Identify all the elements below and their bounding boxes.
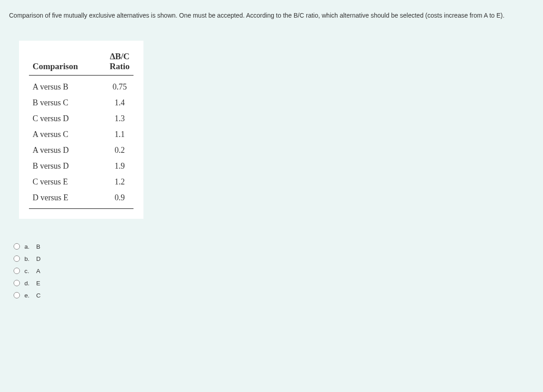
option-a[interactable]: a. B [14,243,534,250]
radio-option-c[interactable] [14,268,20,274]
ratio-cell: 1.4 [82,95,133,111]
radio-option-b[interactable] [14,255,20,262]
table-row: A versus C 1.1 [29,127,133,142]
option-e[interactable]: e. C [14,292,534,299]
option-letter: e. [24,292,33,299]
table-row: A versus B 0.75 [29,75,133,95]
option-letter: a. [24,243,33,250]
option-letter: b. [24,255,33,262]
ratio-cell: 1.1 [82,127,133,142]
ratio-cell: 1.2 [82,174,133,190]
comparison-table-container: Comparison ΔB/C Ratio A versus B 0.75 B … [19,41,143,219]
table-header-ratio: ΔB/C Ratio [82,49,133,76]
option-text: A [36,268,40,274]
radio-option-d[interactable] [14,280,20,286]
table-row: B versus C 1.4 [29,95,133,111]
ratio-cell: 0.2 [82,142,133,158]
comparison-cell: A versus C [29,127,82,142]
option-text: C [36,292,41,299]
question-text: Comparison of five mutually exclusive al… [9,11,534,20]
comparison-cell: D versus E [29,190,82,209]
radio-option-a[interactable] [14,243,20,250]
ratio-cell: 0.9 [82,190,133,209]
option-text: E [36,280,40,287]
comparison-cell: B versus D [29,158,82,174]
comparison-cell: A versus D [29,142,82,158]
comparison-cell: C versus D [29,111,82,127]
table-row: C versus E 1.2 [29,174,133,190]
table-header-comparison: Comparison [29,49,82,76]
option-letter: c. [24,268,33,274]
radio-option-e[interactable] [14,292,20,298]
options-list: a. B b. D c. A d. E e. C [14,243,534,299]
comparison-cell: C versus E [29,174,82,190]
table-row: C versus D 1.3 [29,111,133,127]
option-letter: d. [24,280,33,287]
option-text: B [36,243,40,250]
option-d[interactable]: d. E [14,280,534,287]
table-row: B versus D 1.9 [29,158,133,174]
option-b[interactable]: b. D [14,255,534,262]
comparison-cell: A versus B [29,75,82,95]
comparison-table: Comparison ΔB/C Ratio A versus B 0.75 B … [29,49,133,209]
table-row: D versus E 0.9 [29,190,133,209]
ratio-cell: 1.3 [82,111,133,127]
ratio-cell: 1.9 [82,158,133,174]
option-c[interactable]: c. A [14,268,534,274]
ratio-cell: 0.75 [82,75,133,95]
comparison-cell: B versus C [29,95,82,111]
table-row: A versus D 0.2 [29,142,133,158]
option-text: D [36,255,41,262]
